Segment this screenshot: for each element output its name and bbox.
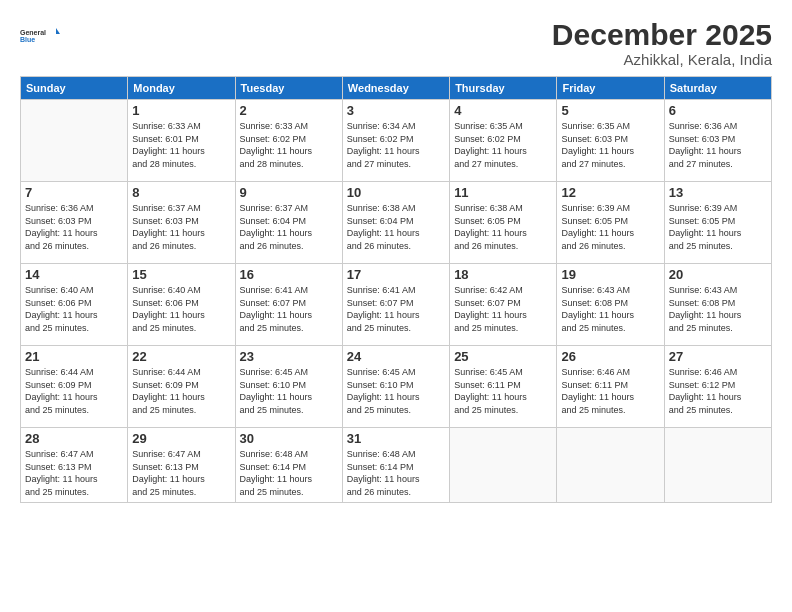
day-info: Sunrise: 6:46 AM Sunset: 6:12 PM Dayligh… (669, 366, 767, 416)
calendar-cell: 24Sunrise: 6:45 AM Sunset: 6:10 PM Dayli… (342, 346, 449, 428)
calendar-cell: 28Sunrise: 6:47 AM Sunset: 6:13 PM Dayli… (21, 428, 128, 503)
day-number: 1 (132, 103, 230, 118)
day-number: 5 (561, 103, 659, 118)
title-block: December 2025 Azhikkal, Kerala, India (552, 18, 772, 68)
calendar-cell: 22Sunrise: 6:44 AM Sunset: 6:09 PM Dayli… (128, 346, 235, 428)
day-number: 17 (347, 267, 445, 282)
logo: General Blue (20, 18, 60, 54)
day-info: Sunrise: 6:41 AM Sunset: 6:07 PM Dayligh… (240, 284, 338, 334)
day-number: 9 (240, 185, 338, 200)
day-number: 14 (25, 267, 123, 282)
calendar-cell: 7Sunrise: 6:36 AM Sunset: 6:03 PM Daylig… (21, 182, 128, 264)
day-info: Sunrise: 6:43 AM Sunset: 6:08 PM Dayligh… (561, 284, 659, 334)
day-number: 28 (25, 431, 123, 446)
day-number: 16 (240, 267, 338, 282)
day-info: Sunrise: 6:34 AM Sunset: 6:02 PM Dayligh… (347, 120, 445, 170)
location-title: Azhikkal, Kerala, India (552, 51, 772, 68)
day-number: 4 (454, 103, 552, 118)
svg-marker-2 (56, 28, 60, 34)
calendar-cell: 15Sunrise: 6:40 AM Sunset: 6:06 PM Dayli… (128, 264, 235, 346)
day-info: Sunrise: 6:39 AM Sunset: 6:05 PM Dayligh… (669, 202, 767, 252)
calendar-cell: 21Sunrise: 6:44 AM Sunset: 6:09 PM Dayli… (21, 346, 128, 428)
month-title: December 2025 (552, 18, 772, 51)
day-number: 8 (132, 185, 230, 200)
day-info: Sunrise: 6:38 AM Sunset: 6:04 PM Dayligh… (347, 202, 445, 252)
calendar-cell: 12Sunrise: 6:39 AM Sunset: 6:05 PM Dayli… (557, 182, 664, 264)
day-info: Sunrise: 6:41 AM Sunset: 6:07 PM Dayligh… (347, 284, 445, 334)
week-row-1: 1Sunrise: 6:33 AM Sunset: 6:01 PM Daylig… (21, 100, 772, 182)
day-number: 2 (240, 103, 338, 118)
calendar-cell (21, 100, 128, 182)
week-row-5: 28Sunrise: 6:47 AM Sunset: 6:13 PM Dayli… (21, 428, 772, 503)
calendar-cell: 26Sunrise: 6:46 AM Sunset: 6:11 PM Dayli… (557, 346, 664, 428)
weekday-header-friday: Friday (557, 77, 664, 100)
week-row-2: 7Sunrise: 6:36 AM Sunset: 6:03 PM Daylig… (21, 182, 772, 264)
day-info: Sunrise: 6:40 AM Sunset: 6:06 PM Dayligh… (25, 284, 123, 334)
day-number: 21 (25, 349, 123, 364)
day-number: 3 (347, 103, 445, 118)
day-number: 29 (132, 431, 230, 446)
day-info: Sunrise: 6:45 AM Sunset: 6:11 PM Dayligh… (454, 366, 552, 416)
day-number: 27 (669, 349, 767, 364)
day-info: Sunrise: 6:35 AM Sunset: 6:02 PM Dayligh… (454, 120, 552, 170)
day-number: 12 (561, 185, 659, 200)
day-number: 10 (347, 185, 445, 200)
calendar-cell: 23Sunrise: 6:45 AM Sunset: 6:10 PM Dayli… (235, 346, 342, 428)
day-info: Sunrise: 6:48 AM Sunset: 6:14 PM Dayligh… (347, 448, 445, 498)
day-info: Sunrise: 6:44 AM Sunset: 6:09 PM Dayligh… (25, 366, 123, 416)
day-number: 26 (561, 349, 659, 364)
calendar-cell: 31Sunrise: 6:48 AM Sunset: 6:14 PM Dayli… (342, 428, 449, 503)
weekday-header-thursday: Thursday (450, 77, 557, 100)
weekday-header-sunday: Sunday (21, 77, 128, 100)
day-number: 25 (454, 349, 552, 364)
day-info: Sunrise: 6:38 AM Sunset: 6:05 PM Dayligh… (454, 202, 552, 252)
calendar-cell: 8Sunrise: 6:37 AM Sunset: 6:03 PM Daylig… (128, 182, 235, 264)
day-number: 20 (669, 267, 767, 282)
day-info: Sunrise: 6:33 AM Sunset: 6:02 PM Dayligh… (240, 120, 338, 170)
calendar-cell: 14Sunrise: 6:40 AM Sunset: 6:06 PM Dayli… (21, 264, 128, 346)
calendar: SundayMondayTuesdayWednesdayThursdayFrid… (20, 76, 772, 503)
calendar-cell (557, 428, 664, 503)
week-row-3: 14Sunrise: 6:40 AM Sunset: 6:06 PM Dayli… (21, 264, 772, 346)
day-info: Sunrise: 6:36 AM Sunset: 6:03 PM Dayligh… (669, 120, 767, 170)
calendar-cell: 4Sunrise: 6:35 AM Sunset: 6:02 PM Daylig… (450, 100, 557, 182)
day-info: Sunrise: 6:40 AM Sunset: 6:06 PM Dayligh… (132, 284, 230, 334)
day-number: 6 (669, 103, 767, 118)
day-number: 30 (240, 431, 338, 446)
day-number: 7 (25, 185, 123, 200)
day-info: Sunrise: 6:47 AM Sunset: 6:13 PM Dayligh… (132, 448, 230, 498)
calendar-cell: 6Sunrise: 6:36 AM Sunset: 6:03 PM Daylig… (664, 100, 771, 182)
calendar-cell: 18Sunrise: 6:42 AM Sunset: 6:07 PM Dayli… (450, 264, 557, 346)
day-number: 31 (347, 431, 445, 446)
day-info: Sunrise: 6:45 AM Sunset: 6:10 PM Dayligh… (347, 366, 445, 416)
calendar-cell (450, 428, 557, 503)
calendar-cell: 9Sunrise: 6:37 AM Sunset: 6:04 PM Daylig… (235, 182, 342, 264)
day-info: Sunrise: 6:37 AM Sunset: 6:04 PM Dayligh… (240, 202, 338, 252)
calendar-cell: 27Sunrise: 6:46 AM Sunset: 6:12 PM Dayli… (664, 346, 771, 428)
day-number: 19 (561, 267, 659, 282)
calendar-cell: 2Sunrise: 6:33 AM Sunset: 6:02 PM Daylig… (235, 100, 342, 182)
logo-svg: General Blue (20, 18, 60, 54)
calendar-cell: 19Sunrise: 6:43 AM Sunset: 6:08 PM Dayli… (557, 264, 664, 346)
calendar-cell: 30Sunrise: 6:48 AM Sunset: 6:14 PM Dayli… (235, 428, 342, 503)
day-number: 24 (347, 349, 445, 364)
calendar-cell: 17Sunrise: 6:41 AM Sunset: 6:07 PM Dayli… (342, 264, 449, 346)
day-number: 23 (240, 349, 338, 364)
day-info: Sunrise: 6:47 AM Sunset: 6:13 PM Dayligh… (25, 448, 123, 498)
day-info: Sunrise: 6:43 AM Sunset: 6:08 PM Dayligh… (669, 284, 767, 334)
weekday-header-saturday: Saturday (664, 77, 771, 100)
calendar-cell: 20Sunrise: 6:43 AM Sunset: 6:08 PM Dayli… (664, 264, 771, 346)
day-number: 18 (454, 267, 552, 282)
day-info: Sunrise: 6:33 AM Sunset: 6:01 PM Dayligh… (132, 120, 230, 170)
day-number: 15 (132, 267, 230, 282)
day-info: Sunrise: 6:39 AM Sunset: 6:05 PM Dayligh… (561, 202, 659, 252)
calendar-cell: 1Sunrise: 6:33 AM Sunset: 6:01 PM Daylig… (128, 100, 235, 182)
calendar-cell: 13Sunrise: 6:39 AM Sunset: 6:05 PM Dayli… (664, 182, 771, 264)
page: General Blue December 2025 Azhikkal, Ker… (0, 0, 792, 612)
weekday-header-wednesday: Wednesday (342, 77, 449, 100)
day-info: Sunrise: 6:36 AM Sunset: 6:03 PM Dayligh… (25, 202, 123, 252)
day-number: 22 (132, 349, 230, 364)
day-info: Sunrise: 6:35 AM Sunset: 6:03 PM Dayligh… (561, 120, 659, 170)
week-row-4: 21Sunrise: 6:44 AM Sunset: 6:09 PM Dayli… (21, 346, 772, 428)
day-info: Sunrise: 6:46 AM Sunset: 6:11 PM Dayligh… (561, 366, 659, 416)
